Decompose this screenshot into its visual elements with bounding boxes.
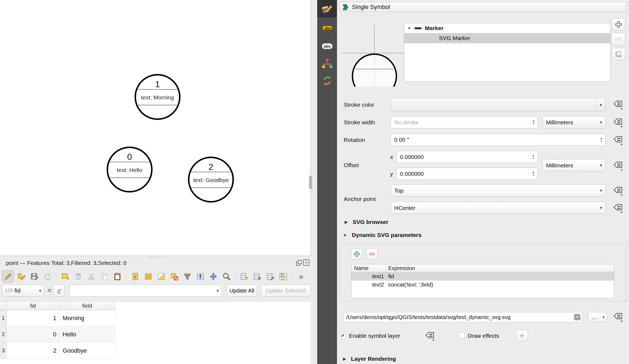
offset-y-input[interactable]: 0.000000 ▲▼ (396, 168, 538, 180)
data-defined-override-button[interactable] (612, 185, 623, 197)
map-scrollbar-thumb[interactable] (309, 176, 312, 189)
data-defined-override-button[interactable] (612, 135, 623, 147)
rotation-input[interactable]: 0.00 ° ▲▼ (391, 134, 606, 146)
cell-fid[interactable]: 2 (7, 343, 59, 359)
delete-field-button[interactable] (252, 271, 263, 282)
select-by-expression-button[interactable]: ε (130, 271, 141, 282)
tab-masks[interactable]: abc (317, 37, 337, 55)
table-row[interactable]: 1 1 Morning (0, 310, 311, 326)
draw-effects-checkbox[interactable] (458, 332, 465, 339)
chevron-down-icon[interactable]: ▾ (596, 98, 605, 111)
move-selection-to-top-button[interactable] (195, 271, 206, 282)
tree-expand-icon[interactable]: ▼ (407, 26, 415, 30)
select-all-button[interactable] (143, 271, 154, 282)
remove-parameter-button[interactable] (366, 248, 378, 260)
clear-text-icon[interactable]: × (574, 314, 580, 320)
column-header-fid[interactable]: fid (7, 301, 59, 310)
paste-button[interactable] (112, 271, 123, 282)
tab-history[interactable] (317, 72, 337, 89)
add-feature-button[interactable] (60, 271, 71, 282)
column-header-field[interactable]: field (59, 301, 115, 310)
cell-fid[interactable]: 1 (7, 310, 59, 326)
parameter-expression[interactable]: fid (386, 273, 614, 280)
spinner-buttons[interactable]: ▲▼ (529, 116, 538, 128)
tree-item-marker[interactable]: ▼ Marker (404, 23, 610, 33)
parameter-expression[interactable]: concat('text: ',field) (386, 282, 614, 288)
cell-field[interactable]: Hello (59, 326, 115, 343)
float-panel-button[interactable] (296, 259, 302, 266)
add-parameter-button[interactable] (351, 248, 362, 260)
expression-builder-button[interactable]: ε (53, 285, 65, 297)
parameter-row[interactable]: text1 fid (351, 272, 614, 281)
column-header-name[interactable]: Name (351, 264, 386, 272)
update-all-button[interactable]: Update All (227, 285, 257, 297)
svg-browser-section[interactable]: ▶ SVG browser (345, 219, 388, 225)
offset-unit-combo[interactable]: Millimeters ▾ (543, 159, 606, 171)
svg-file-path-input[interactable]: /Users/denis/opt/qgis/QGIS/tests/testdat… (343, 312, 583, 322)
tab-labels[interactable]: abc (317, 20, 337, 37)
cell-field[interactable]: Goodbye (59, 343, 115, 359)
data-defined-override-button[interactable] (612, 160, 623, 172)
tab-diagrams[interactable] (317, 55, 337, 72)
cut-button[interactable] (86, 271, 97, 282)
more-actions-button[interactable]: » (296, 271, 307, 282)
data-defined-override-button[interactable] (424, 330, 435, 342)
tree-item-svg-marker[interactable]: SVG Marker (404, 33, 610, 43)
anchor-horizontal-combo[interactable]: HCenter ▾ (391, 202, 606, 214)
delete-selected-button[interactable] (73, 271, 84, 282)
cell-field[interactable]: Morning (59, 310, 115, 326)
filter-form-button[interactable] (182, 271, 193, 282)
invert-selection-button[interactable] (156, 271, 167, 282)
row-number[interactable]: 3 (0, 343, 7, 359)
data-defined-override-button[interactable] (612, 203, 623, 214)
row-number[interactable]: 2 (0, 326, 7, 343)
browse-options-dropdown[interactable]: ▾ (600, 312, 607, 322)
save-edits-button[interactable] (29, 271, 40, 282)
layer-rendering-section[interactable]: ▶ Layer Rendering (343, 356, 396, 362)
renderer-combo[interactable]: Single Symbol (340, 2, 626, 12)
update-selected-button[interactable]: Update Selected (261, 285, 311, 297)
effects-options-button[interactable]: ★ (516, 330, 528, 341)
parameter-row[interactable]: text2 concat('text: ',field) (351, 281, 614, 289)
enable-symbol-layer-checkbox[interactable]: ✓ (340, 332, 346, 339)
deselect-all-button[interactable] (169, 271, 180, 282)
stroke-width-input[interactable]: No stroke ▲▼ (391, 116, 538, 128)
row-number[interactable]: 1 (0, 310, 7, 326)
table-row[interactable]: 2 0 Hello (0, 326, 311, 343)
parameter-name[interactable]: text2 (351, 282, 386, 288)
pan-to-selection-button[interactable] (208, 271, 219, 282)
data-defined-override-button[interactable] (612, 117, 623, 129)
field-calculator-button[interactable] (265, 271, 276, 282)
stroke-color-button[interactable]: ▾ (391, 98, 606, 112)
conditional-formatting-button[interactable] (278, 271, 289, 282)
duplicate-symbol-layer-button[interactable] (612, 48, 625, 60)
dynamic-svg-parameters-section[interactable]: ▼ Dynamic SVG parameters (343, 232, 422, 238)
data-defined-override-button[interactable] (612, 311, 623, 323)
field-selector-combo[interactable]: 123 fid ▾ (2, 285, 44, 297)
table-row[interactable]: 3 2 Goodbye (0, 343, 311, 359)
toggle-multiedit-button[interactable] (16, 271, 27, 282)
cell-fid[interactable]: 0 (7, 326, 59, 343)
browse-file-button[interactable]: … (588, 312, 601, 322)
toggle-editing-button[interactable] (2, 270, 14, 283)
offset-x-input[interactable]: 0.000000 ▲▼ (396, 151, 538, 163)
expression-input[interactable]: ▾ (69, 285, 222, 297)
spinner-buttons[interactable]: ▲▼ (529, 168, 537, 180)
new-field-button[interactable] (239, 271, 250, 282)
zoom-to-selection-button[interactable] (221, 271, 232, 282)
anchor-vertical-combo[interactable]: Top ▾ (391, 184, 606, 197)
stroke-width-unit-combo[interactable]: Millimeters ▾ (543, 116, 606, 128)
spinner-buttons[interactable]: ▲▼ (597, 134, 605, 145)
map-canvas[interactable]: 1 text: Morning 0 text: Hello 2 text: Go… (0, 0, 311, 256)
remove-symbol-layer-button[interactable] (612, 33, 625, 46)
data-defined-override-button[interactable] (612, 99, 623, 111)
close-panel-button[interactable]: × (303, 259, 309, 266)
add-symbol-layer-button[interactable] (612, 18, 625, 31)
copy-button[interactable] (99, 271, 110, 282)
reload-button[interactable] (42, 271, 53, 282)
panel-resize-handle[interactable]: ······ (0, 254, 311, 260)
spinner-buttons[interactable]: ▲▼ (529, 151, 537, 163)
column-header-expression[interactable]: Expression (386, 264, 614, 272)
parameter-name[interactable]: text1 (351, 273, 386, 280)
tab-symbology[interactable] (317, 0, 337, 17)
